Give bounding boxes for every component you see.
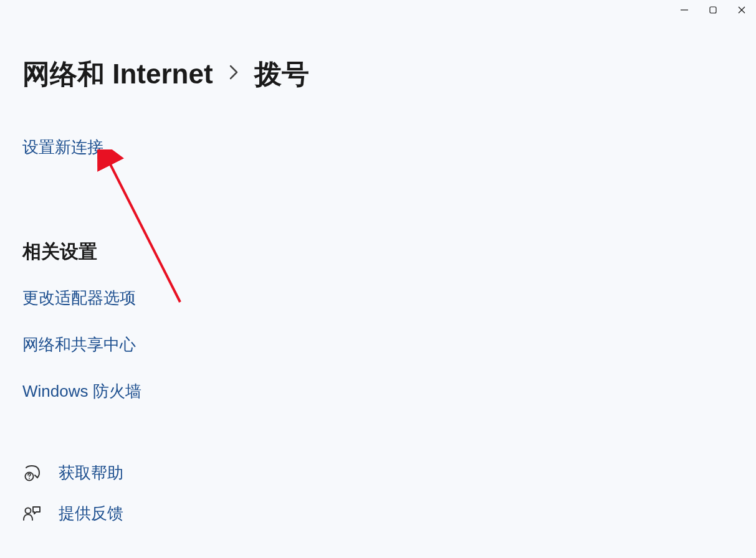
svg-rect-1 <box>710 7 716 13</box>
breadcrumb: 网络和 Internet 拨号 <box>22 56 734 93</box>
feedback-icon <box>22 504 41 523</box>
breadcrumb-current: 拨号 <box>254 56 309 93</box>
window-controls <box>670 0 756 20</box>
svg-point-6 <box>26 508 31 513</box>
chevron-right-icon <box>228 63 239 86</box>
related-settings-heading: 相关设置 <box>22 239 734 265</box>
maximize-button[interactable] <box>699 0 727 20</box>
related-settings-list: 更改适配器选项 网络和共享中心 Windows 防火墙 <box>22 287 734 402</box>
change-adapter-options-link[interactable]: 更改适配器选项 <box>22 287 734 309</box>
minimize-button[interactable] <box>670 0 699 20</box>
help-section: 获取帮助 提供反馈 <box>22 462 734 524</box>
minimize-icon <box>680 6 689 14</box>
close-button[interactable] <box>727 0 756 20</box>
setup-new-connection-link[interactable]: 设置新连接 <box>22 136 103 158</box>
windows-firewall-link[interactable]: Windows 防火墙 <box>22 381 734 402</box>
svg-point-5 <box>29 478 30 479</box>
give-feedback-link[interactable]: 提供反馈 <box>22 503 734 524</box>
maximize-icon <box>709 6 717 14</box>
breadcrumb-root-link[interactable]: 网络和 Internet <box>22 56 213 93</box>
close-icon <box>737 6 746 14</box>
network-sharing-center-link[interactable]: 网络和共享中心 <box>22 334 734 356</box>
main-content: 网络和 Internet 拨号 设置新连接 相关设置 更改适配器选项 网络和共享… <box>0 0 756 524</box>
help-icon <box>22 464 41 483</box>
get-help-label: 获取帮助 <box>59 462 123 484</box>
get-help-link[interactable]: 获取帮助 <box>22 462 734 484</box>
give-feedback-label: 提供反馈 <box>59 503 123 524</box>
